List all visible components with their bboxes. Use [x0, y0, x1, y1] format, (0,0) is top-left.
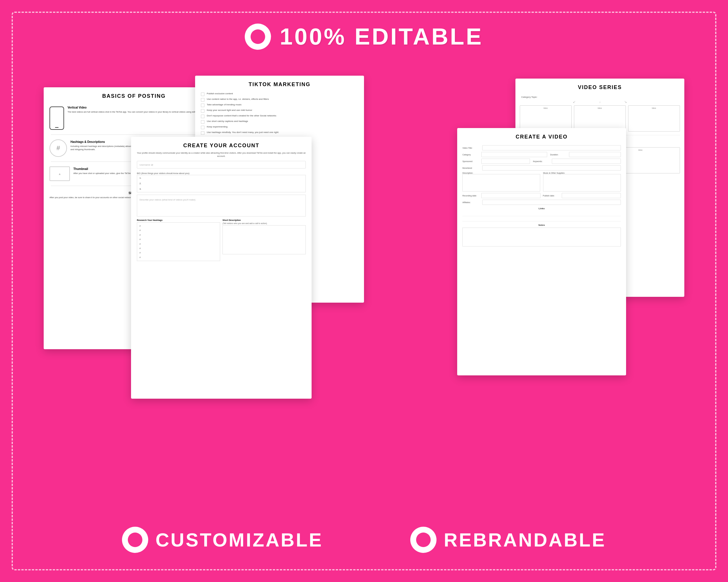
vs-boxes-1: Idea: Idea: Idea: — [520, 105, 680, 132]
phone-icon — [50, 107, 64, 130]
recording-date-input[interactable] — [482, 193, 541, 198]
vs-arrow-1: ↙↓↘ — [515, 100, 684, 104]
checkbox-3 — [201, 109, 204, 113]
bio-label: BIO (three things your visitors should k… — [137, 172, 306, 175]
hashtag-icon: # — [50, 139, 67, 157]
basics-section-vertical: Vertical Video — [68, 106, 216, 109]
affiliates-label: Affiliates: — [462, 201, 480, 203]
rebrandable-badge: REBRANDABLE — [410, 527, 606, 553]
hashtag-list: # # # # # # # # — [139, 224, 217, 259]
top-circle-icon — [245, 24, 271, 50]
checkbox-7 — [201, 131, 204, 135]
vs-box-0: Idea: — [520, 105, 572, 132]
rebrandable-circle-icon — [410, 527, 437, 553]
customizable-badge: CUSTOMIZABLE — [122, 527, 323, 553]
sponsored-input[interactable] — [482, 159, 530, 164]
top-circle-inner — [251, 29, 265, 44]
customizable-text: CUSTOMIZABLE — [156, 529, 323, 551]
create-account-desc: Your profile should clearly communicate … — [131, 151, 312, 160]
checkbox-1 — [201, 98, 204, 102]
category-input[interactable] — [482, 152, 547, 157]
bio-area[interactable]: 1. 2. 3. — [137, 175, 306, 192]
checklist-item-6: Keep experimenting — [201, 126, 358, 129]
create-video-form: Video Title: Category Duration: Sponsore… — [457, 143, 626, 249]
checkbox-6 — [201, 126, 204, 129]
description-textarea[interactable] — [462, 174, 540, 192]
customizable-circle-icon — [122, 527, 148, 553]
checklist-item-0: Publish exclusive content — [201, 92, 358, 96]
tiktok-title: TIKTOK MARKETING — [195, 76, 364, 90]
links-label: Links — [462, 207, 621, 210]
monetized-label: Monetized: — [462, 167, 480, 169]
notes-label: Notes — [462, 224, 621, 226]
documents-container: BASICS OF POSTING Vertical Video The bes… — [44, 64, 684, 486]
checkbox-4 — [201, 115, 204, 118]
checklist-item-3: Keep your account light and use mild hum… — [201, 109, 358, 113]
vs-category-1: Category Topic: — [521, 96, 678, 99]
checklist-item-2: Take advantage of trending music — [201, 103, 358, 107]
duration-input[interactable] — [569, 152, 621, 157]
describe-videos-area[interactable]: Describe your videos (what kind of video… — [137, 195, 306, 217]
sep1 — [51, 134, 217, 135]
bio-item-2: 2. — [139, 182, 303, 185]
links-section — [462, 211, 621, 221]
research-hashtags-label: Research Your Hashtags — [137, 219, 220, 221]
bio-item-1: 1. — [139, 177, 303, 179]
keywords-label: Keywords: — [533, 160, 550, 162]
music-label: Music & Other Supplies: — [543, 172, 621, 174]
monetized-input[interactable] — [482, 165, 621, 170]
vs-box-2: Idea: — [628, 105, 680, 132]
rebrandable-text: REBRANDABLE — [444, 529, 606, 551]
description-label: Description: — [462, 172, 540, 174]
bottom-badges: CUSTOMIZABLE REBRANDABLE — [122, 527, 606, 553]
basics-body-vertical: The best videos are full vertical videos… — [68, 110, 216, 113]
bio-item-3: 3. — [139, 188, 303, 190]
username-placeholder: Username @ — [139, 164, 153, 166]
page-create-video: CREATE A VIDEO Video Title: Category Dur… — [457, 128, 626, 376]
rebrandable-circle-inner — [416, 532, 431, 547]
keywords-input[interactable] — [552, 159, 621, 164]
vs-box-1: Idea: — [574, 105, 626, 132]
checklist-item-4: Don't repurpose content that's created f… — [201, 114, 358, 118]
create-video-title: CREATE A VIDEO — [457, 128, 626, 143]
hashtags-box[interactable]: # # # # # # # # — [137, 222, 220, 261]
video-series-title: VIDEO SERIES — [515, 79, 684, 93]
top-badge-text: 100% EDITABLE — [280, 23, 484, 50]
checklist-item-7: Use hashtags mindfully. You don't need m… — [201, 131, 358, 135]
sponsored-label: Sponsored: — [462, 160, 480, 162]
link-line-2[interactable] — [462, 216, 621, 221]
top-badge: 100% EDITABLE — [245, 23, 484, 50]
checkbox-2 — [201, 104, 204, 107]
checklist-item-1: Use content native to the app, i.e. stic… — [201, 98, 358, 102]
checkbox-5 — [201, 120, 204, 124]
notes-area[interactable] — [462, 227, 621, 247]
category-label: Category — [462, 154, 480, 156]
short-desc-box[interactable] — [223, 225, 306, 254]
thumbnail-icon — [50, 166, 70, 181]
affiliates-input[interactable] — [482, 200, 621, 205]
video-title-input[interactable] — [482, 145, 621, 150]
publish-date-label: Publish date: — [543, 195, 560, 197]
duration-label: Duration: — [550, 154, 568, 156]
checkbox-0 — [201, 92, 204, 96]
recording-date-label: Recording date: — [462, 195, 480, 197]
customizable-circle-inner — [128, 532, 142, 547]
short-desc-label: Short Description — [223, 219, 306, 221]
video-title-label: Video Title: — [462, 147, 480, 149]
create-account-title: CREATE YOUR ACCOUNT — [131, 137, 312, 151]
link-line-1[interactable] — [462, 211, 621, 216]
page-create-account: CREATE YOUR ACCOUNT Your profile should … — [131, 137, 312, 399]
music-textarea[interactable] — [543, 174, 621, 192]
short-desc-sublabel: (Tell visitors who you are and add a cal… — [223, 222, 306, 224]
username-field[interactable]: Username @ — [137, 161, 306, 168]
checklist-item-5: Use short catchy captions and hashtags — [201, 120, 358, 124]
publish-date-input[interactable] — [562, 193, 621, 198]
describe-placeholder: Describe your videos (what kind of video… — [139, 198, 196, 201]
